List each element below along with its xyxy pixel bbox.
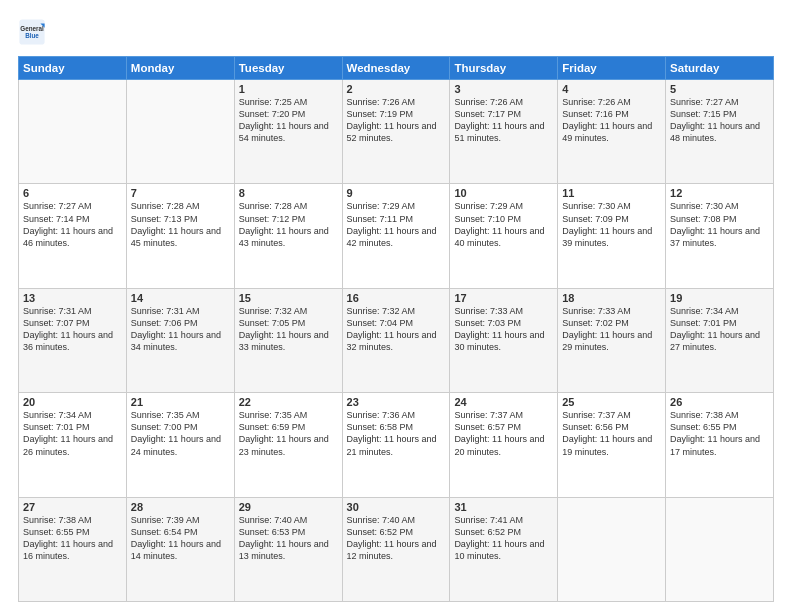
day-info: Sunrise: 7:40 AM Sunset: 6:52 PM Dayligh… (347, 514, 446, 563)
day-number: 14 (131, 292, 230, 304)
calendar-cell: 23Sunrise: 7:36 AM Sunset: 6:58 PM Dayli… (342, 393, 450, 497)
logo: General Blue (18, 18, 46, 46)
day-info: Sunrise: 7:27 AM Sunset: 7:15 PM Dayligh… (670, 96, 769, 145)
day-info: Sunrise: 7:29 AM Sunset: 7:11 PM Dayligh… (347, 200, 446, 249)
day-info: Sunrise: 7:39 AM Sunset: 6:54 PM Dayligh… (131, 514, 230, 563)
calendar-week-row: 6Sunrise: 7:27 AM Sunset: 7:14 PM Daylig… (19, 184, 774, 288)
day-number: 27 (23, 501, 122, 513)
day-number: 10 (454, 187, 553, 199)
day-info: Sunrise: 7:33 AM Sunset: 7:02 PM Dayligh… (562, 305, 661, 354)
calendar-cell: 16Sunrise: 7:32 AM Sunset: 7:04 PM Dayli… (342, 288, 450, 392)
calendar-cell: 17Sunrise: 7:33 AM Sunset: 7:03 PM Dayli… (450, 288, 558, 392)
calendar-cell: 7Sunrise: 7:28 AM Sunset: 7:13 PM Daylig… (126, 184, 234, 288)
calendar-cell: 9Sunrise: 7:29 AM Sunset: 7:11 PM Daylig… (342, 184, 450, 288)
calendar-cell: 21Sunrise: 7:35 AM Sunset: 7:00 PM Dayli… (126, 393, 234, 497)
calendar-cell: 27Sunrise: 7:38 AM Sunset: 6:55 PM Dayli… (19, 497, 127, 601)
calendar-cell: 31Sunrise: 7:41 AM Sunset: 6:52 PM Dayli… (450, 497, 558, 601)
calendar-table: SundayMondayTuesdayWednesdayThursdayFrid… (18, 56, 774, 602)
logo-icon: General Blue (18, 18, 46, 46)
calendar-cell: 28Sunrise: 7:39 AM Sunset: 6:54 PM Dayli… (126, 497, 234, 601)
day-info: Sunrise: 7:26 AM Sunset: 7:19 PM Dayligh… (347, 96, 446, 145)
day-number: 30 (347, 501, 446, 513)
day-number: 29 (239, 501, 338, 513)
svg-text:Blue: Blue (25, 32, 39, 39)
day-number: 8 (239, 187, 338, 199)
calendar-cell: 1Sunrise: 7:25 AM Sunset: 7:20 PM Daylig… (234, 80, 342, 184)
weekday-header-cell: Tuesday (234, 57, 342, 80)
calendar-cell: 15Sunrise: 7:32 AM Sunset: 7:05 PM Dayli… (234, 288, 342, 392)
weekday-header-cell: Thursday (450, 57, 558, 80)
calendar-cell (558, 497, 666, 601)
calendar-cell: 24Sunrise: 7:37 AM Sunset: 6:57 PM Dayli… (450, 393, 558, 497)
calendar-cell: 8Sunrise: 7:28 AM Sunset: 7:12 PM Daylig… (234, 184, 342, 288)
calendar-week-row: 1Sunrise: 7:25 AM Sunset: 7:20 PM Daylig… (19, 80, 774, 184)
day-info: Sunrise: 7:26 AM Sunset: 7:17 PM Dayligh… (454, 96, 553, 145)
day-info: Sunrise: 7:29 AM Sunset: 7:10 PM Dayligh… (454, 200, 553, 249)
calendar-cell: 10Sunrise: 7:29 AM Sunset: 7:10 PM Dayli… (450, 184, 558, 288)
calendar-cell: 30Sunrise: 7:40 AM Sunset: 6:52 PM Dayli… (342, 497, 450, 601)
day-number: 25 (562, 396, 661, 408)
calendar-cell: 18Sunrise: 7:33 AM Sunset: 7:02 PM Dayli… (558, 288, 666, 392)
day-number: 24 (454, 396, 553, 408)
day-number: 31 (454, 501, 553, 513)
weekday-header-cell: Saturday (666, 57, 774, 80)
calendar-cell: 22Sunrise: 7:35 AM Sunset: 6:59 PM Dayli… (234, 393, 342, 497)
day-number: 28 (131, 501, 230, 513)
calendar-week-row: 13Sunrise: 7:31 AM Sunset: 7:07 PM Dayli… (19, 288, 774, 392)
page: General Blue SundayMondayTuesdayWednesda… (0, 0, 792, 612)
day-number: 20 (23, 396, 122, 408)
day-info: Sunrise: 7:32 AM Sunset: 7:04 PM Dayligh… (347, 305, 446, 354)
day-number: 23 (347, 396, 446, 408)
calendar-cell (126, 80, 234, 184)
calendar-cell: 4Sunrise: 7:26 AM Sunset: 7:16 PM Daylig… (558, 80, 666, 184)
day-number: 4 (562, 83, 661, 95)
day-number: 26 (670, 396, 769, 408)
weekday-header-cell: Friday (558, 57, 666, 80)
calendar-cell: 12Sunrise: 7:30 AM Sunset: 7:08 PM Dayli… (666, 184, 774, 288)
header: General Blue (18, 18, 774, 46)
day-number: 18 (562, 292, 661, 304)
day-info: Sunrise: 7:31 AM Sunset: 7:07 PM Dayligh… (23, 305, 122, 354)
day-info: Sunrise: 7:36 AM Sunset: 6:58 PM Dayligh… (347, 409, 446, 458)
day-info: Sunrise: 7:38 AM Sunset: 6:55 PM Dayligh… (23, 514, 122, 563)
day-number: 19 (670, 292, 769, 304)
day-number: 21 (131, 396, 230, 408)
calendar-cell: 14Sunrise: 7:31 AM Sunset: 7:06 PM Dayli… (126, 288, 234, 392)
day-number: 9 (347, 187, 446, 199)
calendar-body: 1Sunrise: 7:25 AM Sunset: 7:20 PM Daylig… (19, 80, 774, 602)
calendar-cell: 2Sunrise: 7:26 AM Sunset: 7:19 PM Daylig… (342, 80, 450, 184)
day-info: Sunrise: 7:25 AM Sunset: 7:20 PM Dayligh… (239, 96, 338, 145)
calendar-cell: 19Sunrise: 7:34 AM Sunset: 7:01 PM Dayli… (666, 288, 774, 392)
day-number: 12 (670, 187, 769, 199)
svg-text:General: General (20, 25, 44, 32)
day-number: 3 (454, 83, 553, 95)
day-info: Sunrise: 7:34 AM Sunset: 7:01 PM Dayligh… (670, 305, 769, 354)
weekday-header-row: SundayMondayTuesdayWednesdayThursdayFrid… (19, 57, 774, 80)
day-info: Sunrise: 7:34 AM Sunset: 7:01 PM Dayligh… (23, 409, 122, 458)
day-number: 5 (670, 83, 769, 95)
day-number: 2 (347, 83, 446, 95)
day-number: 11 (562, 187, 661, 199)
day-number: 17 (454, 292, 553, 304)
day-number: 13 (23, 292, 122, 304)
day-info: Sunrise: 7:28 AM Sunset: 7:13 PM Dayligh… (131, 200, 230, 249)
weekday-header-cell: Wednesday (342, 57, 450, 80)
day-info: Sunrise: 7:27 AM Sunset: 7:14 PM Dayligh… (23, 200, 122, 249)
day-info: Sunrise: 7:33 AM Sunset: 7:03 PM Dayligh… (454, 305, 553, 354)
day-info: Sunrise: 7:35 AM Sunset: 7:00 PM Dayligh… (131, 409, 230, 458)
day-info: Sunrise: 7:38 AM Sunset: 6:55 PM Dayligh… (670, 409, 769, 458)
calendar-cell: 26Sunrise: 7:38 AM Sunset: 6:55 PM Dayli… (666, 393, 774, 497)
day-number: 15 (239, 292, 338, 304)
day-info: Sunrise: 7:37 AM Sunset: 6:57 PM Dayligh… (454, 409, 553, 458)
calendar-cell: 11Sunrise: 7:30 AM Sunset: 7:09 PM Dayli… (558, 184, 666, 288)
calendar-cell: 25Sunrise: 7:37 AM Sunset: 6:56 PM Dayli… (558, 393, 666, 497)
day-info: Sunrise: 7:26 AM Sunset: 7:16 PM Dayligh… (562, 96, 661, 145)
day-info: Sunrise: 7:28 AM Sunset: 7:12 PM Dayligh… (239, 200, 338, 249)
calendar-cell (666, 497, 774, 601)
day-info: Sunrise: 7:30 AM Sunset: 7:09 PM Dayligh… (562, 200, 661, 249)
day-info: Sunrise: 7:31 AM Sunset: 7:06 PM Dayligh… (131, 305, 230, 354)
day-info: Sunrise: 7:37 AM Sunset: 6:56 PM Dayligh… (562, 409, 661, 458)
calendar-cell: 6Sunrise: 7:27 AM Sunset: 7:14 PM Daylig… (19, 184, 127, 288)
day-number: 7 (131, 187, 230, 199)
calendar-cell (19, 80, 127, 184)
